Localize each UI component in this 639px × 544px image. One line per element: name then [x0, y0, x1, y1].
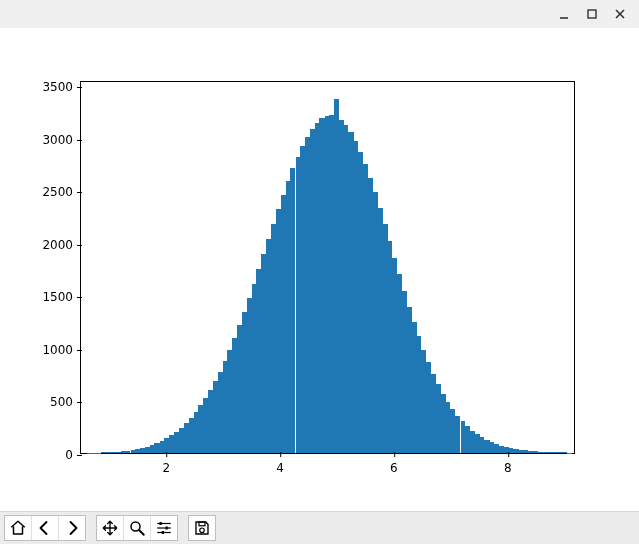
y-tick-label: 1500 [42, 290, 81, 304]
nav-toolbar [0, 511, 639, 544]
home-button[interactable] [5, 516, 31, 540]
pan-button[interactable] [97, 516, 123, 540]
configure-button[interactable] [150, 516, 177, 540]
close-icon [614, 8, 626, 20]
svg-rect-12 [199, 522, 205, 526]
svg-rect-9 [160, 522, 162, 525]
window-maximize-button[interactable] [579, 4, 605, 24]
chart-bars [81, 82, 574, 453]
y-tick-label: 1000 [42, 343, 81, 357]
toolbar-group-io [188, 515, 216, 541]
y-tick-label: 0 [65, 448, 81, 462]
sliders-icon [155, 519, 173, 537]
zoom-icon [128, 519, 146, 537]
y-tick-label: 500 [50, 395, 81, 409]
y-tick-label: 2000 [42, 238, 81, 252]
window-minimize-button[interactable] [551, 4, 577, 24]
toolbar-group-home [4, 515, 86, 541]
arrow-right-icon [63, 519, 81, 537]
x-tick-label: 2 [163, 453, 171, 475]
y-tick-label: 2500 [42, 185, 81, 199]
forward-button[interactable] [58, 516, 85, 540]
figure-window: 05001000150020002500300035002468 [0, 0, 639, 544]
zoom-button[interactable] [123, 516, 150, 540]
toolbar-group-view [96, 515, 178, 541]
titlebar [0, 0, 639, 28]
window-close-button[interactable] [607, 4, 633, 24]
maximize-icon [586, 8, 598, 20]
x-tick-label: 4 [276, 453, 284, 475]
svg-rect-1 [588, 10, 596, 18]
save-button[interactable] [189, 516, 215, 540]
figure-canvas[interactable]: 05001000150020002500300035002468 [0, 28, 639, 511]
home-icon [9, 519, 27, 537]
svg-rect-11 [162, 531, 164, 534]
save-icon [193, 519, 211, 537]
y-tick-label: 3000 [42, 133, 81, 147]
arrow-left-icon [36, 519, 54, 537]
svg-point-13 [200, 528, 205, 533]
svg-rect-10 [166, 527, 168, 530]
svg-line-5 [139, 530, 144, 535]
chart-axes: 05001000150020002500300035002468 [80, 81, 575, 454]
x-tick-label: 8 [504, 453, 512, 475]
back-button[interactable] [31, 516, 58, 540]
x-tick-label: 6 [390, 453, 398, 475]
y-tick-label: 3500 [42, 80, 81, 94]
minimize-icon [558, 8, 570, 20]
pan-icon [101, 519, 119, 537]
